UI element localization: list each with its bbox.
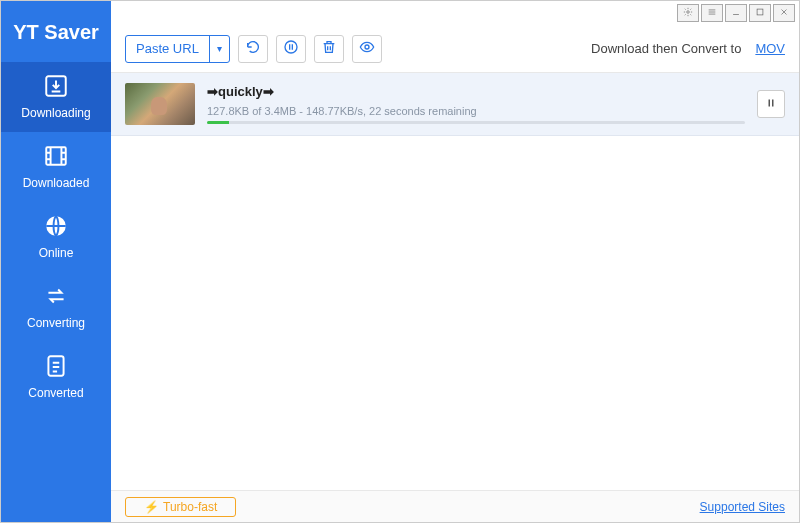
refresh-button[interactable] [238, 35, 268, 63]
pause-icon [765, 95, 777, 113]
convert-format-link[interactable]: MOV [755, 41, 785, 56]
pause-all-button[interactable] [276, 35, 306, 63]
sidebar-item-label: Converted [28, 386, 83, 400]
paste-url-button[interactable]: Paste URL ▾ [125, 35, 230, 63]
document-icon [42, 352, 70, 380]
sidebar-item-label: Downloaded [23, 176, 90, 190]
download-list: ➡quickly➡ 127.8KB of 3.4MB - 148.77KB/s,… [111, 73, 799, 490]
svg-rect-1 [46, 147, 66, 164]
sidebar-item-converting[interactable]: Converting [1, 272, 111, 342]
video-thumbnail [125, 83, 195, 125]
menu-button[interactable] [701, 4, 723, 22]
toolbar: Paste URL ▾ Download then Convert to MOV [111, 25, 799, 73]
maximize-button[interactable] [749, 4, 771, 22]
paste-url-label: Paste URL [126, 36, 209, 62]
sidebar-item-label: Downloading [21, 106, 90, 120]
app-title: YT Saver [1, 1, 111, 62]
gear-icon [683, 7, 693, 19]
convert-icon [42, 282, 70, 310]
svg-rect-3 [48, 356, 63, 376]
svg-point-7 [365, 45, 369, 49]
progress-fill [207, 121, 229, 124]
download-title: ➡quickly➡ [207, 84, 745, 99]
titlebar [111, 1, 799, 25]
supported-sites-link[interactable]: Supported Sites [700, 500, 785, 514]
svg-point-4 [687, 11, 690, 14]
download-status: 127.8KB of 3.4MB - 148.77KB/s, 22 second… [207, 105, 745, 117]
convert-label: Download then Convert to [591, 41, 741, 56]
globe-icon [42, 212, 70, 240]
sidebar-item-converted[interactable]: Converted [1, 342, 111, 412]
preview-button[interactable] [352, 35, 382, 63]
sidebar-item-downloading[interactable]: Downloading [1, 62, 111, 132]
pause-button[interactable] [757, 90, 785, 118]
maximize-icon [755, 7, 765, 19]
main-panel: Paste URL ▾ Download then Convert to MOV [111, 1, 799, 522]
refresh-icon [245, 39, 261, 59]
minimize-button[interactable] [725, 4, 747, 22]
delete-button[interactable] [314, 35, 344, 63]
svg-rect-8 [769, 100, 771, 107]
download-info: ➡quickly➡ 127.8KB of 3.4MB - 148.77KB/s,… [207, 84, 745, 124]
svg-rect-5 [757, 9, 763, 15]
progress-bar [207, 121, 745, 124]
sidebar-item-label: Converting [27, 316, 85, 330]
settings-button[interactable] [677, 4, 699, 22]
sidebar-item-online[interactable]: Online [1, 202, 111, 272]
turbo-label: Turbo-fast [163, 500, 217, 514]
close-icon [779, 7, 789, 19]
bolt-icon: ⚡ [144, 500, 159, 514]
minimize-icon [731, 7, 741, 19]
menu-icon [707, 7, 717, 19]
film-icon [42, 142, 70, 170]
sidebar-item-label: Online [39, 246, 74, 260]
trash-icon [321, 39, 337, 59]
footer: ⚡ Turbo-fast Supported Sites [111, 490, 799, 522]
svg-rect-9 [772, 100, 774, 107]
eye-icon [359, 39, 375, 59]
pause-circle-icon [283, 39, 299, 59]
paste-url-dropdown[interactable]: ▾ [209, 36, 229, 62]
turbo-fast-button[interactable]: ⚡ Turbo-fast [125, 497, 236, 517]
svg-point-6 [285, 41, 297, 53]
close-button[interactable] [773, 4, 795, 22]
sidebar-item-downloaded[interactable]: Downloaded [1, 132, 111, 202]
sidebar: YT Saver Downloading Downloaded Online C… [1, 1, 111, 522]
download-item: ➡quickly➡ 127.8KB of 3.4MB - 148.77KB/s,… [111, 73, 799, 136]
download-icon [42, 72, 70, 100]
